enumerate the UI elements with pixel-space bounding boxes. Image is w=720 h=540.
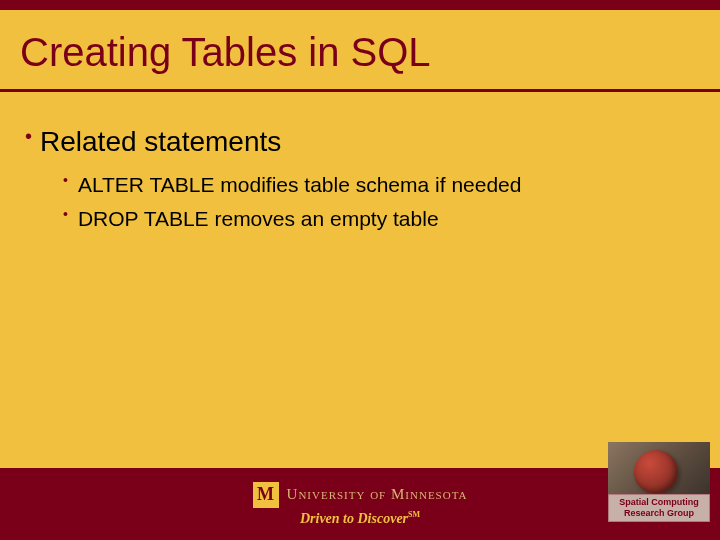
title-section: Creating Tables in SQL <box>0 10 720 89</box>
university-line: M University of Minnesota <box>253 482 468 508</box>
tagline-mark: SM <box>408 510 420 519</box>
badge-image <box>608 442 710 494</box>
footer-content: M University of Minnesota Driven to Disc… <box>253 482 468 527</box>
university-name: University of Minnesota <box>287 486 468 503</box>
badge-label: Spatial Computing Research Group <box>608 494 710 522</box>
bullet-main: • Related statements <box>25 122 700 161</box>
badge-line2: Research Group <box>609 508 709 519</box>
bullet-main-text: Related statements <box>40 122 281 161</box>
bullet-dot: • <box>25 122 32 150</box>
tagline-text: Driven to Discover <box>300 510 408 525</box>
bullet-dot: • <box>63 169 68 191</box>
m-logo-icon: M <box>253 482 279 508</box>
slide-title: Creating Tables in SQL <box>20 30 700 75</box>
bullet-sub: • ALTER TABLE modifies table schema if n… <box>63 169 700 201</box>
tagline: Driven to DiscoverSM <box>300 510 420 527</box>
bullet-dot: • <box>63 203 68 225</box>
research-group-badge: Spatial Computing Research Group <box>608 442 710 522</box>
content-area: • Related statements • ALTER TABLE modif… <box>0 92 720 234</box>
badge-sphere-icon <box>634 450 678 494</box>
bullet-sub-text: ALTER TABLE modifies table schema if nee… <box>78 169 522 201</box>
bullet-sub: • DROP TABLE removes an empty table <box>63 203 700 235</box>
badge-line1: Spatial Computing <box>609 497 709 508</box>
top-accent-band <box>0 0 720 10</box>
bullet-sub-text: DROP TABLE removes an empty table <box>78 203 439 235</box>
